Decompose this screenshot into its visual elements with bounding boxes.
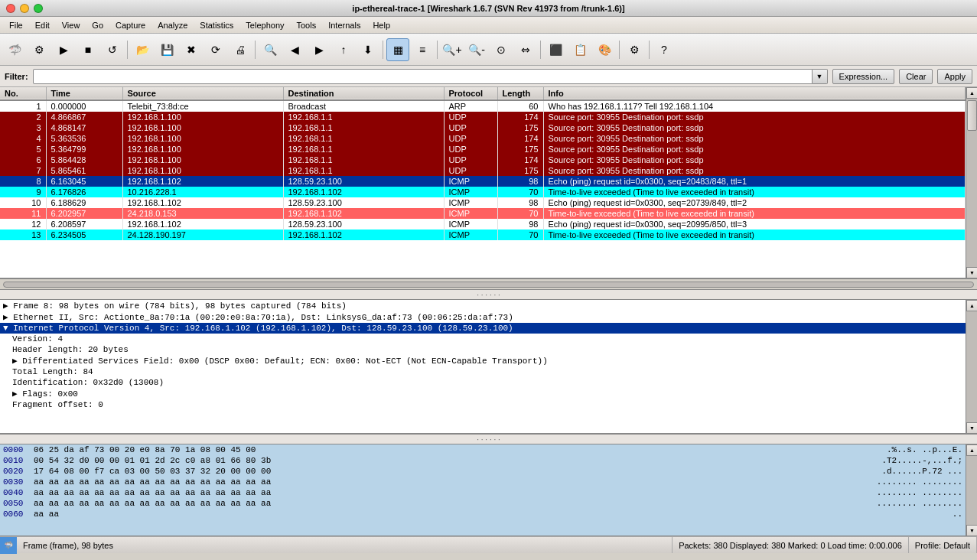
tb-close[interactable]: ✖ <box>180 38 203 61</box>
hscrollbar[interactable] <box>0 278 977 289</box>
close-button[interactable] <box>6 4 15 13</box>
filter-dropdown[interactable]: ▼ <box>813 69 828 84</box>
menu-item-help[interactable]: Help <box>366 19 396 31</box>
tb-open[interactable]: 📂 <box>131 38 154 61</box>
tb-capture-filter[interactable]: ⬛ <box>544 38 567 61</box>
detail-row[interactable]: ▶ Ethernet II, Src: Actionte_8a:70:1a (0… <box>0 311 966 323</box>
detail-row[interactable]: Fragment offset: 0 <box>0 399 966 410</box>
hex-row[interactable]: 0050aa aa aa aa aa aa aa aa aa aa aa aa … <box>0 498 966 509</box>
hex-row[interactable]: 001000 54 32 d0 00 00 01 01 2d 2c c0 a8 … <box>0 455 966 466</box>
hex-row[interactable]: 002017 64 08 00 f7 ca 03 00 50 03 37 32 … <box>0 466 966 477</box>
tb-resize-cols[interactable]: ⇔ <box>514 38 537 61</box>
hex-scroll-up[interactable]: ▲ <box>966 444 977 456</box>
detail-row[interactable]: ▶ Differentiated Services Field: 0x00 (D… <box>0 355 966 366</box>
detail-scrollbar[interactable]: ▲ ▼ <box>966 300 977 434</box>
menu-item-analyze[interactable]: Analyze <box>151 19 194 31</box>
hex-row[interactable]: 000006 25 da af 73 00 20 e0 8a 70 1a 08 … <box>0 444 966 455</box>
tb-colorize-rules[interactable]: 🎨 <box>593 38 616 61</box>
detail-scroll-down[interactable]: ▼ <box>966 422 977 434</box>
hex-scroll-down[interactable]: ▼ <box>966 525 977 536</box>
hex-bytes: aa aa <box>34 510 946 519</box>
packet-list-scrollbar[interactable]: ▲ ▼ <box>966 87 977 278</box>
detail-row[interactable]: Total Length: 84 <box>0 366 966 377</box>
tb-restart-capture[interactable]: ↺ <box>101 38 124 61</box>
table-row[interactable]: 11 6.202957 24.218.0.153 192.168.1.102 I… <box>0 208 966 219</box>
menu-item-go[interactable]: Go <box>86 19 109 31</box>
hex-row[interactable]: 0040aa aa aa aa aa aa aa aa aa aa aa aa … <box>0 487 966 498</box>
expression-button[interactable]: Expression... <box>832 69 895 84</box>
minimize-button[interactable] <box>20 4 29 13</box>
menu-item-file[interactable]: File <box>3 19 29 31</box>
clear-button[interactable]: Clear <box>899 69 933 84</box>
tb-auto-scroll[interactable]: ≡ <box>411 38 434 61</box>
packet-list[interactable]: No. Time Source Destination Protocol Len… <box>0 87 966 278</box>
table-row[interactable]: 9 6.176826 10.216.228.1 192.168.1.102 IC… <box>0 187 966 197</box>
tb-save[interactable]: 💾 <box>155 38 178 61</box>
tb-print[interactable]: 🖨 <box>229 38 252 61</box>
detail-scroll-track[interactable] <box>966 311 977 422</box>
scroll-thumb[interactable] <box>967 100 977 131</box>
menu-item-statistics[interactable]: Statistics <box>194 19 239 31</box>
hex-row[interactable]: 0030aa aa aa aa aa aa aa aa aa aa aa aa … <box>0 477 966 487</box>
apply-button[interactable]: Apply <box>937 69 972 84</box>
detail-row[interactable]: Identification: 0x32d0 (13008) <box>0 377 966 388</box>
detail-scroll-up[interactable]: ▲ <box>966 300 977 311</box>
tb-first-packet[interactable]: ⬇ <box>357 38 379 61</box>
scroll-down-btn[interactable]: ▼ <box>966 267 977 278</box>
detail-row[interactable]: ▼ Internet Protocol Version 4, Src: 192.… <box>0 323 966 334</box>
tb-capture-options[interactable]: ⚙ <box>28 38 50 61</box>
table-row[interactable]: 13 6.234505 24.128.190.197 192.168.1.102… <box>0 230 966 240</box>
tb-zoom-reset[interactable]: ⊙ <box>490 38 513 61</box>
detail-panel[interactable]: ▶ Frame 8: 98 bytes on wire (784 bits), … <box>0 300 966 434</box>
hex-bytes: 06 25 da af 73 00 20 e0 8a 70 1a 08 00 4… <box>34 445 881 454</box>
table-row[interactable]: 3 4.868147 192.168.1.100 192.168.1.1 UDP… <box>0 122 966 133</box>
hex-row[interactable]: 0060aa aa.. <box>0 509 966 519</box>
tb-reload[interactable]: ⟳ <box>204 38 227 61</box>
tb-back[interactable]: ◀ <box>283 38 306 61</box>
tb-forward[interactable]: ▶ <box>308 38 331 61</box>
hex-scrollbar[interactable]: ▲ ▼ <box>966 444 977 536</box>
cell-length: 175 <box>497 122 543 133</box>
table-row[interactable]: 10 6.188629 192.168.1.102 128.59.23.100 … <box>0 197 966 208</box>
hex-scroll-track[interactable] <box>966 456 977 525</box>
tb-prefs[interactable]: ⚙ <box>623 38 646 61</box>
cell-no: 6 <box>0 155 46 165</box>
maximize-button[interactable] <box>34 4 43 13</box>
table-row[interactable]: 5 5.364799 192.168.1.100 192.168.1.1 UDP… <box>0 144 966 155</box>
menu-item-internals[interactable]: Internals <box>322 19 366 31</box>
tb-help[interactable]: ? <box>653 38 676 61</box>
tb-display-filter[interactable]: 📋 <box>568 38 591 61</box>
tb-interfaces[interactable]: 🦈 <box>3 38 26 61</box>
scroll-up-btn[interactable]: ▲ <box>966 87 977 99</box>
table-row[interactable]: 12 6.208597 192.168.1.102 128.59.23.100 … <box>0 219 966 230</box>
table-row[interactable]: 2 4.866867 192.168.1.100 192.168.1.1 UDP… <box>0 112 966 122</box>
cell-length: 98 <box>497 176 543 187</box>
cell-source: 192.168.1.102 <box>122 176 283 187</box>
table-row[interactable]: 6 5.864428 192.168.1.100 192.168.1.1 UDP… <box>0 155 966 165</box>
menu-item-telephony[interactable]: Telephony <box>239 19 290 31</box>
menu-item-edit[interactable]: Edit <box>29 19 56 31</box>
tb-colorize[interactable]: ▦ <box>386 38 409 61</box>
tb-find[interactable]: 🔍 <box>259 38 282 61</box>
filter-input[interactable] <box>33 69 813 84</box>
table-row[interactable]: 4 5.363536 192.168.1.100 192.168.1.1 UDP… <box>0 133 966 144</box>
tb-zoom-in[interactable]: 🔍+ <box>441 38 464 61</box>
table-row[interactable]: 7 5.865461 192.168.1.100 192.168.1.1 UDP… <box>0 165 966 176</box>
menu-item-tools[interactable]: Tools <box>291 19 323 31</box>
tb-start-capture[interactable]: ▶ <box>52 38 75 61</box>
detail-row[interactable]: Version: 4 <box>0 334 966 344</box>
menu-item-view[interactable]: View <box>56 19 86 31</box>
table-row[interactable]: 1 0.000000 Telebit_73:8d:ce Broadcast AR… <box>0 100 966 112</box>
col-protocol: Protocol <box>444 87 497 100</box>
detail-row[interactable]: Header length: 20 bytes <box>0 344 966 355</box>
table-row[interactable]: 8 6.163045 192.168.1.102 128.59.23.100 I… <box>0 176 966 187</box>
hex-panel[interactable]: 000006 25 da af 73 00 20 e0 8a 70 1a 08 … <box>0 444 966 536</box>
scroll-track[interactable] <box>966 99 977 267</box>
tb-zoom-out[interactable]: 🔍- <box>465 38 488 61</box>
detail-row[interactable]: ▶ Frame 8: 98 bytes on wire (784 bits), … <box>0 300 966 311</box>
hscroll-track[interactable] <box>3 282 974 288</box>
tb-stop-capture[interactable]: ■ <box>77 38 99 61</box>
tb-goto-packet[interactable]: ↑ <box>332 38 355 61</box>
menu-item-capture[interactable]: Capture <box>109 19 151 31</box>
detail-row[interactable]: ▶ Flags: 0x00 <box>0 388 966 399</box>
